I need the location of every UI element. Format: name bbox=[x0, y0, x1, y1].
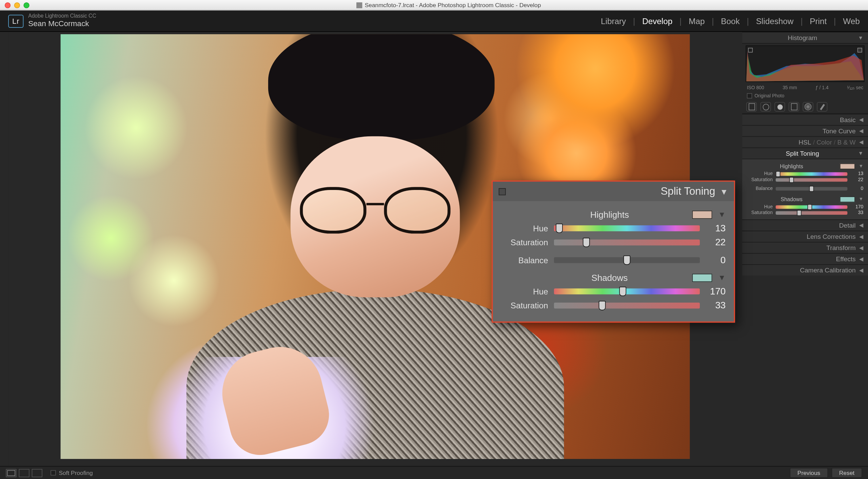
camera-calibration-panel-header[interactable]: Camera Calibration◀ bbox=[742, 264, 868, 275]
checkbox-icon bbox=[51, 470, 56, 476]
left-panel-collapsed[interactable] bbox=[0, 32, 8, 466]
callout-shadows-swatch[interactable] bbox=[692, 273, 712, 282]
chevron-down-icon[interactable]: ▼ bbox=[859, 196, 863, 202]
right-panel: Histogram▼ ISO 800 35 mm ƒ / 1.4 ¹⁄₁₂₅ s… bbox=[742, 32, 868, 466]
transform-panel-header[interactable]: Transform◀ bbox=[742, 242, 868, 253]
app-window: Seanmcfoto-7.lrcat - Adobe Photoshop Lig… bbox=[0, 0, 868, 479]
basic-panel-header[interactable]: Basic◀ bbox=[742, 114, 868, 125]
lens-corrections-panel-header[interactable]: Lens Corrections◀ bbox=[742, 231, 868, 242]
module-web[interactable]: Web bbox=[843, 16, 860, 26]
identity-name: Sean McCormack bbox=[28, 20, 96, 28]
module-slideshow[interactable]: Slideshow bbox=[756, 16, 794, 26]
chevron-left-icon: ◀ bbox=[859, 234, 863, 240]
chevron-left-icon: ◀ bbox=[859, 223, 863, 228]
chevron-down-icon[interactable]: ▼ bbox=[718, 210, 726, 219]
callout-shadows-label: Shadows bbox=[527, 272, 692, 283]
window-title: Seanmcfoto-7.lrcat - Adobe Photoshop Lig… bbox=[365, 2, 541, 8]
shadows-hue-value[interactable]: 170 bbox=[850, 204, 863, 210]
shadows-sat-value[interactable]: 33 bbox=[850, 210, 863, 215]
shadows-section-label: Shadows bbox=[781, 196, 802, 202]
chevron-down-icon[interactable]: ▼ bbox=[720, 187, 728, 196]
checkbox-icon bbox=[747, 93, 752, 99]
module-develop[interactable]: Develop bbox=[642, 16, 672, 26]
exif-iso: ISO 800 bbox=[747, 85, 764, 90]
histogram-plot[interactable] bbox=[746, 45, 864, 82]
chevron-down-icon[interactable]: ▼ bbox=[859, 164, 863, 169]
zoom-window-button[interactable] bbox=[23, 2, 29, 8]
exif-aperture: ƒ / 1.4 bbox=[815, 85, 829, 90]
hsl-panel-header[interactable]: HSL/Color/B & W ◀ bbox=[742, 136, 868, 148]
balance-value[interactable]: 0 bbox=[850, 186, 863, 191]
detail-panel-header[interactable]: Detail◀ bbox=[742, 219, 868, 231]
split-toning-callout: Split Toning ▼ Highlights ▼ Hue 13 Satur… bbox=[492, 180, 735, 323]
original-photo-toggle[interactable]: Original Photo bbox=[742, 92, 868, 100]
highlight-clip-icon[interactable] bbox=[857, 48, 862, 53]
balance-slider[interactable] bbox=[776, 187, 848, 190]
module-library[interactable]: Library bbox=[601, 16, 626, 26]
callout-shadows-sat-slider[interactable] bbox=[554, 303, 700, 308]
module-print[interactable]: Print bbox=[810, 16, 827, 26]
callout-highlights-sat-slider[interactable] bbox=[554, 240, 700, 245]
callout-shadows-hue-slider[interactable] bbox=[554, 288, 700, 294]
callout-highlights-swatch[interactable] bbox=[692, 210, 712, 218]
callout-shadows-hue-value[interactable]: 170 bbox=[706, 286, 726, 296]
before-after-icon[interactable] bbox=[19, 469, 29, 477]
module-map[interactable]: Map bbox=[689, 16, 705, 26]
chevron-left-icon: ◀ bbox=[859, 256, 863, 262]
shadows-swatch[interactable] bbox=[840, 196, 855, 202]
chevron-left-icon: ◀ bbox=[859, 245, 863, 251]
highlights-hue-value[interactable]: 13 bbox=[850, 171, 863, 176]
exif-focal: 35 mm bbox=[783, 85, 797, 90]
callout-balance-value[interactable]: 0 bbox=[706, 255, 726, 265]
spot-removal-tool[interactable] bbox=[761, 102, 771, 112]
callout-balance-slider[interactable] bbox=[554, 257, 700, 263]
chevron-down-icon: ▼ bbox=[858, 150, 863, 156]
window-controls bbox=[0, 2, 29, 8]
exif-strip: ISO 800 35 mm ƒ / 1.4 ¹⁄₁₂₅ sec bbox=[742, 84, 868, 92]
loupe-view-icon[interactable] bbox=[6, 469, 16, 477]
minimize-window-button[interactable] bbox=[14, 2, 20, 8]
exif-shutter: ¹⁄₁₂₅ sec bbox=[847, 85, 863, 90]
callout-highlights-hue-slider[interactable] bbox=[554, 225, 700, 231]
callout-highlights-label: Highlights bbox=[527, 209, 692, 219]
tone-curve-panel-header[interactable]: Tone Curve◀ bbox=[742, 125, 868, 136]
split-toning-panel: Highlights▼ Hue13 Saturation22 Balance0 … bbox=[742, 159, 868, 219]
panel-switch-icon[interactable] bbox=[499, 188, 506, 195]
callout-shadows-sat-value[interactable]: 33 bbox=[706, 300, 726, 311]
before-after-split-icon[interactable] bbox=[32, 469, 42, 477]
callout-highlights-sat-value[interactable]: 22 bbox=[706, 237, 726, 248]
module-picker: Library| Develop| Map| Book| Slideshow| … bbox=[601, 16, 860, 26]
highlights-hue-slider[interactable] bbox=[776, 172, 848, 175]
document-icon bbox=[356, 2, 362, 8]
titlebar: Seanmcfoto-7.lrcat - Adobe Photoshop Lig… bbox=[0, 0, 868, 11]
reset-button[interactable]: Reset bbox=[831, 468, 862, 478]
shadow-clip-icon[interactable] bbox=[748, 48, 753, 53]
close-window-button[interactable] bbox=[5, 2, 11, 8]
tool-strip bbox=[742, 100, 868, 114]
radial-filter-tool[interactable] bbox=[803, 102, 813, 112]
split-toning-panel-header[interactable]: Split Toning▼ bbox=[742, 148, 868, 159]
module-book[interactable]: Book bbox=[721, 16, 739, 26]
crop-tool[interactable] bbox=[746, 102, 757, 112]
previous-button[interactable]: Previous bbox=[790, 468, 828, 478]
shadows-hue-slider[interactable] bbox=[776, 205, 848, 208]
effects-panel-header[interactable]: Effects◀ bbox=[742, 253, 868, 264]
highlights-sat-slider[interactable] bbox=[776, 178, 848, 181]
chevron-down-icon: ▼ bbox=[858, 35, 863, 41]
identity-plate-bar: Lr Adobe Lightroom Classic CC Sean McCor… bbox=[0, 11, 868, 32]
adjustment-brush-tool[interactable] bbox=[817, 102, 827, 112]
bottom-toolbar: Soft Proofing Previous Reset bbox=[0, 466, 868, 479]
shadows-sat-slider[interactable] bbox=[776, 211, 848, 214]
chevron-left-icon: ◀ bbox=[859, 128, 863, 134]
highlights-swatch[interactable] bbox=[840, 163, 855, 169]
soft-proofing-toggle[interactable]: Soft Proofing bbox=[51, 470, 93, 476]
graduated-filter-tool[interactable] bbox=[789, 102, 799, 112]
chevron-left-icon: ◀ bbox=[859, 267, 863, 273]
callout-highlights-hue-value[interactable]: 13 bbox=[706, 223, 726, 233]
chevron-left-icon: ◀ bbox=[859, 139, 863, 145]
redeye-tool[interactable] bbox=[774, 102, 785, 112]
highlights-sat-value[interactable]: 22 bbox=[850, 177, 863, 183]
chevron-down-icon[interactable]: ▼ bbox=[718, 273, 726, 282]
lightroom-logo: Lr bbox=[8, 15, 23, 27]
histogram-header[interactable]: Histogram▼ bbox=[742, 32, 868, 44]
